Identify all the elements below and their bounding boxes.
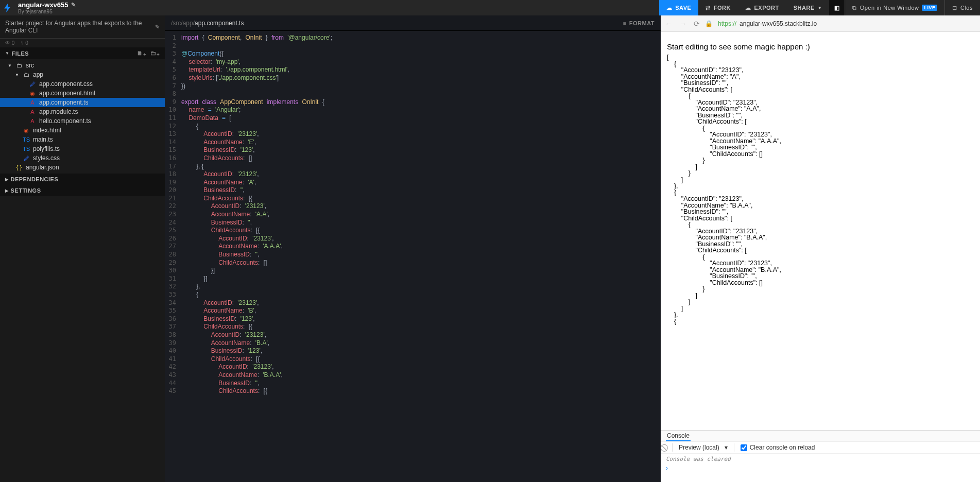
- format-button[interactable]: ≡ FORMAT: [623, 20, 655, 26]
- forks-stat: ⑂ 0: [21, 40, 28, 46]
- css-icon: 🖉: [29, 81, 36, 87]
- file-app.component.css[interactable]: 🖉app.component.css: [0, 79, 165, 89]
- caret-right-icon: ▶: [5, 188, 9, 193]
- preview-json-output: [ { "AccountID": "23123", "AccountName":…: [667, 54, 781, 325]
- project-description[interactable]: Starter project for Angular apps that ex…: [5, 20, 152, 34]
- tsA-icon: A: [29, 109, 36, 115]
- panel-icon: ⊟: [952, 5, 957, 11]
- fork-button[interactable]: ⇄ FORK: [698, 0, 738, 15]
- console-prompt[interactable]: ›: [661, 464, 980, 482]
- file-hello.component.ts[interactable]: Ahello.component.ts: [0, 116, 165, 126]
- new-folder-icon[interactable]: 🗀₊: [150, 50, 160, 57]
- external-icon: ⧉: [852, 5, 857, 11]
- ts-icon: TS: [23, 146, 30, 152]
- folder-app[interactable]: ▼🗀app: [0, 70, 165, 79]
- settings-panel-header[interactable]: ▶ SETTINGS: [0, 185, 165, 196]
- stackblitz-logo[interactable]: [0, 0, 15, 15]
- caret-down-icon: ▼: [5, 51, 9, 56]
- chevron-down-icon: ▼: [818, 6, 822, 10]
- layout-icon: ◧: [834, 5, 840, 11]
- breadcrumb-path: /src/app/: [171, 20, 195, 27]
- edit-name-icon[interactable]: ✎: [71, 2, 76, 8]
- css-icon: 🖉: [23, 155, 30, 161]
- views-stat: 👁 0: [5, 40, 14, 46]
- fork-icon: ⇄: [706, 5, 711, 11]
- open-new-window-button[interactable]: ⧉ Open in New Window LIVE: [845, 0, 944, 15]
- clear-on-reload-checkbox[interactable]: Clear console on reload: [741, 444, 815, 451]
- folder-src[interactable]: ▼🗀src: [0, 61, 165, 70]
- tsA-icon: A: [29, 118, 36, 124]
- preview-heading: Start editing to see some magic happen :…: [667, 44, 974, 50]
- file-main.ts[interactable]: TSmain.ts: [0, 135, 165, 144]
- console-source-select[interactable]: Preview (local) ▾: [679, 444, 728, 451]
- tsA-icon: A: [29, 99, 36, 106]
- file-app.component.ts[interactable]: Aapp.component.ts: [0, 98, 165, 107]
- line-gutter: 1 2 3 4 5 6 7 8 9 10 11 12 13 14 15 16 1…: [165, 31, 179, 482]
- files-panel-header[interactable]: ▼ FILES 🗎₊ 🗀₊: [0, 47, 165, 59]
- download-icon: ☁: [745, 5, 751, 11]
- nav-forward-icon[interactable]: →: [679, 20, 686, 28]
- code-editor[interactable]: 1 2 3 4 5 6 7 8 9 10 11 12 13 14 15 16 1…: [165, 31, 661, 482]
- nav-back-icon[interactable]: ←: [665, 20, 672, 28]
- caret-right-icon: ▶: [5, 177, 9, 182]
- file-app.module.ts[interactable]: Aapp.module.ts: [0, 107, 165, 116]
- code-content[interactable]: import { Component, OnInit } from '@angu…: [179, 31, 661, 482]
- new-file-icon[interactable]: 🗎₊: [137, 50, 146, 57]
- folder-icon: 🗀: [23, 72, 30, 78]
- file-polyfills.ts[interactable]: TSpolyfills.ts: [0, 144, 165, 153]
- folder-icon: 🗀: [15, 62, 23, 68]
- format-icon: ≡: [623, 20, 627, 26]
- export-button[interactable]: ☁ EXPORT: [738, 0, 786, 15]
- breadcrumb-file: app.component.ts: [195, 20, 244, 27]
- console-tab[interactable]: Console: [666, 431, 691, 441]
- project-name[interactable]: angular-wxv655: [18, 1, 68, 9]
- ts-icon: TS: [23, 136, 30, 143]
- edit-desc-icon[interactable]: ✎: [155, 24, 160, 30]
- file-angular.json[interactable]: { }angular.json: [0, 163, 165, 172]
- nav-reload-icon[interactable]: ⟳: [694, 20, 700, 28]
- preview-pane: Start editing to see some magic happen :…: [661, 32, 980, 430]
- console-message: Console was cleared: [661, 454, 980, 464]
- address-bar[interactable]: https://angular-wxv655.stackblitz.io: [718, 20, 976, 27]
- file-styles.css[interactable]: 🖉styles.css: [0, 153, 165, 163]
- json-icon: { }: [15, 164, 23, 170]
- close-preview-button[interactable]: ⊟ Clos: [945, 0, 980, 15]
- project-author[interactable]: By tejasrana95: [18, 9, 76, 14]
- file-index.html[interactable]: ◉index.html: [0, 126, 165, 135]
- live-badge: LIVE: [922, 5, 937, 11]
- dependencies-panel-header[interactable]: ▶ DEPENDENCIES: [0, 174, 165, 185]
- lock-icon: 🔒: [705, 20, 713, 27]
- file-app.component.html[interactable]: ◉app.component.html: [0, 89, 165, 98]
- html-icon: ◉: [29, 90, 36, 97]
- share-button[interactable]: SHARE ▼: [786, 0, 829, 15]
- save-button[interactable]: ☁ SAVE: [659, 0, 699, 15]
- layout-toggle-button[interactable]: ◧: [829, 0, 845, 15]
- cloud-icon: ☁: [666, 5, 673, 11]
- html-icon: ◉: [23, 127, 30, 134]
